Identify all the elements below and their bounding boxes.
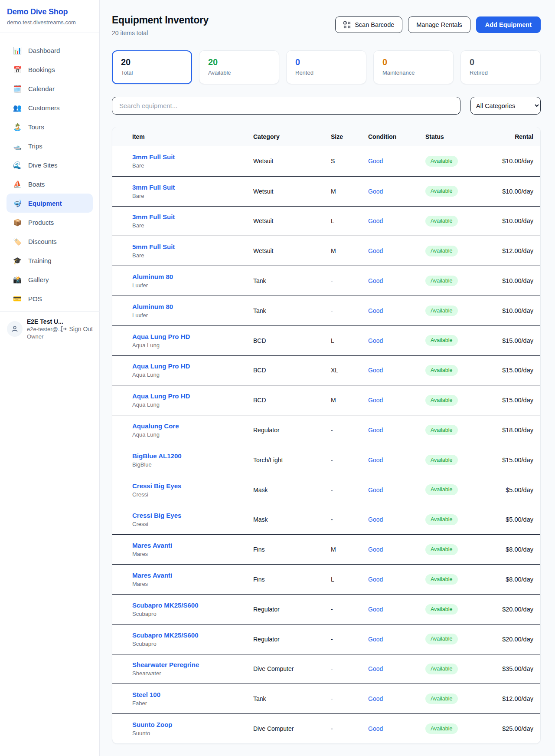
sidebar-nav: 📊 Dashboard 📅 Bookings 🗓️ Calendar 👥 Cus… <box>0 33 99 308</box>
item-rental-rate: $12.00/day <box>499 695 533 702</box>
sailboat-icon: ⛵ <box>13 180 22 188</box>
sidebar-item-gallery[interactable]: 📸 Gallery <box>7 270 93 289</box>
sidebar-item-trips[interactable]: 🛥️ Trips <box>7 136 93 155</box>
item-name-link[interactable]: 3mm Full Suit <box>132 184 253 191</box>
sidebar-item-bookings[interactable]: 📅 Bookings <box>7 60 93 79</box>
stat-cards: 20 Total 20 Available 0 Rented 0 Mainten… <box>112 50 541 84</box>
item-condition-link[interactable]: Good <box>368 636 425 643</box>
stat-label: Total <box>121 69 183 76</box>
item-brand: Luxfer <box>132 282 253 289</box>
sidebar-item-customers[interactable]: 👥 Customers <box>7 98 93 117</box>
item-name-link[interactable]: Scubapro MK25/S600 <box>132 631 253 639</box>
item-condition-link[interactable]: Good <box>368 695 425 702</box>
item-name-link[interactable]: Shearwater Peregrine <box>132 661 253 668</box>
item-condition-link[interactable]: Good <box>368 457 425 463</box>
item-size: - <box>331 307 368 314</box>
stat-card-retired[interactable]: 0 Retired <box>460 50 541 84</box>
item-condition-link[interactable]: Good <box>368 486 425 493</box>
scan-barcode-button[interactable]: Scan Barcode <box>335 16 402 33</box>
item-condition-link[interactable]: Good <box>368 247 425 254</box>
item-condition-link[interactable]: Good <box>368 337 425 344</box>
item-name-link[interactable]: Steel 100 <box>132 691 253 698</box>
category-select[interactable]: All Categories <box>470 97 541 115</box>
item-name-link[interactable]: Aqua Lung Pro HD <box>132 392 253 400</box>
item-brand: Bare <box>132 193 253 199</box>
item-condition-link[interactable]: Good <box>368 397 425 404</box>
item-condition-link[interactable]: Good <box>368 307 425 314</box>
add-equipment-label: Add Equipment <box>485 21 532 28</box>
item-name-link[interactable]: 5mm Full Suit <box>132 243 253 250</box>
item-condition-link[interactable]: Good <box>368 665 425 672</box>
add-equipment-button[interactable]: Add Equipment <box>476 16 541 33</box>
item-name-link[interactable]: Scubapro MK25/S600 <box>132 602 253 609</box>
sidebar-item-boats[interactable]: ⛵ Boats <box>7 174 93 194</box>
sidebar-item-products[interactable]: 📦 Products <box>7 213 93 232</box>
status-badge: Available <box>425 186 458 197</box>
table-row: 3mm Full Suit Bare Wetsuit S Good Availa… <box>112 146 540 176</box>
sidebar-item-tours[interactable]: 🏝️ Tours <box>7 117 93 136</box>
item-name-link[interactable]: Mares Avanti <box>132 542 253 549</box>
status-badge: Available <box>425 425 458 436</box>
item-name-link[interactable]: Aqua Lung Pro HD <box>132 333 253 340</box>
item-condition-link[interactable]: Good <box>368 427 425 434</box>
stat-value: 0 <box>470 57 532 67</box>
item-category: Tank <box>253 277 331 284</box>
item-name-link[interactable]: 3mm Full Suit <box>132 153 253 161</box>
item-name-link[interactable]: Aqua Lung Pro HD <box>132 362 253 370</box>
page-title: Equipment Inventory <box>112 14 209 26</box>
item-condition-link[interactable]: Good <box>368 606 425 613</box>
item-name-link[interactable]: Aqualung Core <box>132 422 253 430</box>
sidebar-item-equipment[interactable]: 🤿 Equipment <box>7 194 93 213</box>
search-row: All Categories <box>112 97 541 115</box>
item-condition-link[interactable]: Good <box>368 725 425 732</box>
stat-card-rented[interactable]: 0 Rented <box>286 50 366 84</box>
item-name-link[interactable]: BigBlue AL1200 <box>132 452 253 460</box>
stat-value: 20 <box>121 57 183 67</box>
item-name-link[interactable]: Aluminum 80 <box>132 303 253 310</box>
motorboat-icon: 🛥️ <box>13 142 22 150</box>
stat-card-available[interactable]: 20 Available <box>199 50 279 84</box>
item-brand: Luxfer <box>132 312 253 319</box>
item-category: Wetsuit <box>253 188 331 195</box>
item-brand: Aqua Lung <box>132 431 253 438</box>
item-brand: Bare <box>132 252 253 259</box>
sidebar-item-dashboard[interactable]: 📊 Dashboard <box>7 41 93 60</box>
item-brand: Aqua Lung <box>132 401 253 408</box>
graduation-cap-icon: 🎓 <box>13 256 22 265</box>
item-name-link[interactable]: Mares Avanti <box>132 572 253 579</box>
stat-card-maintenance[interactable]: 0 Maintenance <box>373 50 454 84</box>
sidebar-item-dive-sites[interactable]: 🌊 Dive Sites <box>7 155 93 174</box>
item-condition-link[interactable]: Good <box>368 367 425 374</box>
item-name-link[interactable]: 3mm Full Suit <box>132 213 253 220</box>
column-header-item: Item <box>132 133 253 140</box>
item-condition-link[interactable]: Good <box>368 516 425 523</box>
item-brand: Shearwater <box>132 670 253 677</box>
sign-out-button[interactable]: Sign Out <box>60 325 93 332</box>
item-condition-link[interactable]: Good <box>368 158 425 164</box>
item-name-link[interactable]: Aluminum 80 <box>132 273 253 280</box>
sidebar-item-calendar[interactable]: 🗓️ Calendar <box>7 79 93 98</box>
item-category: Regulator <box>253 636 331 643</box>
wave-icon: 🌊 <box>13 161 22 169</box>
item-rental-rate: $8.00/day <box>499 576 533 583</box>
item-size: - <box>331 516 368 523</box>
sidebar-item-pos[interactable]: 💳 POS <box>7 289 93 308</box>
item-condition-link[interactable]: Good <box>368 576 425 583</box>
item-brand: BigBlue <box>132 461 253 468</box>
item-name-link[interactable]: Cressi Big Eyes <box>132 512 253 519</box>
item-name-link[interactable]: Cressi Big Eyes <box>132 482 253 490</box>
table-row: Scubapro MK25/S600 Scubapro Regulator - … <box>112 594 540 624</box>
item-condition-link[interactable]: Good <box>368 546 425 553</box>
item-condition-link[interactable]: Good <box>368 277 425 284</box>
package-icon: 📦 <box>13 218 22 227</box>
item-rental-rate: $18.00/day <box>499 427 533 434</box>
item-condition-link[interactable]: Good <box>368 217 425 224</box>
manage-rentals-button[interactable]: Manage Rentals <box>408 16 470 33</box>
search-input[interactable] <box>112 97 460 115</box>
item-condition-link[interactable]: Good <box>368 188 425 195</box>
item-name-link[interactable]: Suunto Zoop <box>132 721 253 728</box>
stat-card-total[interactable]: 20 Total <box>112 50 192 84</box>
sidebar-item-training[interactable]: 🎓 Training <box>7 251 93 270</box>
item-category: Torch/Light <box>253 457 331 463</box>
sidebar-item-discounts[interactable]: 🏷️ Discounts <box>7 232 93 251</box>
